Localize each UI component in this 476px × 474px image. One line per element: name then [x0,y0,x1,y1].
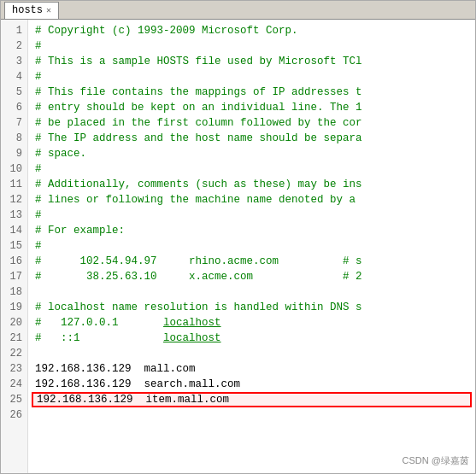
line-number: 14 [6,223,22,238]
code-line: # be placed in the first column followed… [35,115,468,131]
code-line: 192.168.136.129 mall.com [35,361,468,377]
line-number: 12 [6,192,22,208]
code-line: # [35,161,468,177]
line-number: 13 [6,208,22,223]
line-number: 3 [6,54,22,69]
code-line: # entry should be kept on an individual … [35,100,468,115]
code-line: # Additionally, comments (such as these)… [35,177,468,192]
code-line: # This is a sample HOSTS file used by Mi… [35,54,468,69]
line-number: 16 [6,254,22,269]
line-number: 9 [6,146,22,161]
file-tab[interactable]: hosts ✕ [4,2,59,19]
code-line: # localhost name resolution is handled w… [35,300,468,315]
line-number: 17 [6,269,22,284]
code-line [35,284,468,300]
line-number: 19 [6,300,22,315]
code-line: # 102.54.94.97 rhino.acme.com # s [35,254,468,269]
code-line: # [35,238,468,254]
code-content[interactable]: # Copyright (c) 1993-2009 Microsoft Corp… [28,20,475,473]
line-number: 5 [6,85,22,100]
code-line: # space. [35,146,468,161]
line-number: 1 [6,23,22,38]
code-line: # Copyright (c) 1993-2009 Microsoft Corp… [35,23,468,38]
line-number: 24 [6,377,22,392]
tab-close-button[interactable]: ✕ [46,5,51,15]
line-numbers: 1234567891011121314151617181920212223242… [1,20,28,473]
code-line [35,407,468,423]
line-number: 2 [6,38,22,54]
line-number: 21 [6,331,22,346]
line-number: 4 [6,69,22,85]
editor-area: 1234567891011121314151617181920212223242… [1,20,475,473]
editor-window: hosts ✕ 12345678910111213141516171819202… [0,0,476,474]
code-line: # lines or following the machine name de… [35,192,468,208]
tab-label: hosts [12,4,43,16]
code-line: 192.168.136.129 search.mall.com [35,377,468,392]
line-number: 10 [6,161,22,177]
code-line: # The IP address and the host name shoul… [35,131,468,146]
line-number: 23 [6,361,22,377]
code-line: # [35,208,468,223]
line-number: 25 [6,392,22,407]
code-line: # For example: [35,223,468,238]
code-line: # [35,69,468,85]
line-number: 26 [6,407,22,423]
code-line: # This file contains the mappings of IP … [35,85,468,100]
code-line: # 38.25.63.10 x.acme.com # 2 [35,269,468,284]
code-line: # 127.0.0.1 localhost [35,315,468,331]
watermark: CSDN @绿嘉茵 [403,454,469,467]
line-number: 11 [6,177,22,192]
line-number: 6 [6,100,22,115]
line-number: 22 [6,346,22,361]
code-line [35,346,468,361]
content-wrapper: 1234567891011121314151617181920212223242… [1,20,475,473]
code-line: # ::1 localhost [35,331,468,346]
line-number: 20 [6,315,22,331]
title-bar: hosts ✕ [1,1,475,20]
line-number: 15 [6,238,22,254]
code-line: 192.168.136.129 item.mall.com [32,392,472,407]
line-number: 7 [6,115,22,131]
line-number: 18 [6,284,22,300]
code-line: # [35,38,468,54]
line-number: 8 [6,131,22,146]
